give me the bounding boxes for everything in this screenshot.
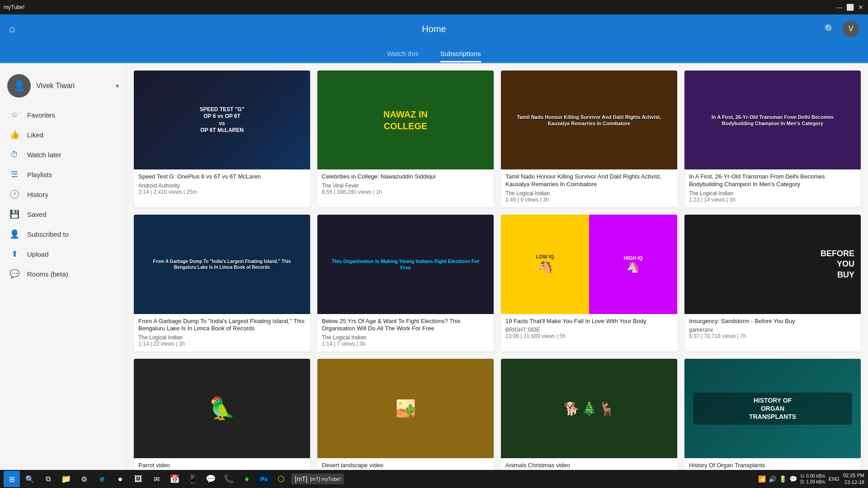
video-title-2: Celebrities in College: Nawazuddin Siddi… bbox=[322, 173, 489, 181]
tab-watch-this[interactable]: Watch this bbox=[387, 50, 418, 62]
video-card-10[interactable]: 🏜️ Desert landscape video bbox=[317, 359, 494, 470]
video-channel-5: The Logical Indian bbox=[138, 334, 306, 341]
video-channel-2: The Viral Fever bbox=[322, 183, 489, 189]
photoshop-button[interactable]: Ps bbox=[257, 472, 271, 486]
sidebar-item-liked[interactable]: 👍 Liked bbox=[0, 125, 126, 145]
video-card-11[interactable]: 🐕 🎄 🦌 Animals Christmas video bbox=[501, 359, 677, 470]
video-card-8[interactable]: BEFOREYOUBUY Insurgency: Sandstorm - Bef… bbox=[684, 215, 861, 352]
taskbar: ⊞ 🔍 ⧉ 📁 ⚙ e ● 🖼 ✉ 📅 📱 💬 📞 ♦ Ps ⬡ [mT] [m… bbox=[0, 470, 868, 488]
user-avatar-sidebar: 👤 bbox=[7, 74, 31, 98]
phone-button[interactable]: 📱 bbox=[184, 471, 201, 487]
app13-button[interactable]: ⬡ bbox=[273, 471, 289, 487]
network-speed: U: 0.00 kB/s D: 1.09 kB/s bbox=[801, 473, 825, 485]
video-card-5[interactable]: From A Garbage Dump To "India's Largest … bbox=[134, 215, 310, 352]
video-card-2[interactable]: NAWAZ INCOLLEGE Celebrities in College: … bbox=[317, 70, 494, 207]
sidebar-label-liked: Liked bbox=[27, 131, 43, 139]
video-info-2: Celebrities in College: Nawazuddin Siddi… bbox=[317, 169, 494, 200]
sidebar-label-rooms-beta: Rooms (beta) bbox=[27, 270, 68, 278]
tabs-bar: Watch this Subscriptions bbox=[0, 43, 868, 63]
clock[interactable]: 02:25 PM 13-12-18 bbox=[843, 472, 864, 486]
upload-icon: ⬆ bbox=[9, 249, 20, 259]
user-name: Vivek Tiwari bbox=[36, 82, 75, 90]
video-card-7[interactable]: LOW IQ 🐴 HIGH IQ 🦄 19 Facts That'll Make… bbox=[501, 215, 677, 352]
video-info-11: Animals Christmas video bbox=[501, 458, 677, 470]
notification-icon: 💬 bbox=[789, 475, 797, 483]
sidebar: 👤 Vivek Tiwari ▾ ☆ Favorites 👍 Liked ⏱ W… bbox=[0, 63, 127, 470]
rooms-icon: 💬 bbox=[9, 268, 20, 279]
start-button[interactable]: ⊞ bbox=[4, 471, 20, 487]
photos-button[interactable]: 🖼 bbox=[130, 471, 146, 487]
video-title-11: Animals Christmas video bbox=[505, 462, 673, 469]
saved-icon: 💾 bbox=[9, 209, 20, 220]
search-button[interactable]: 🔍 bbox=[22, 471, 38, 487]
user-info[interactable]: 👤 Vivek Tiwari ▾ bbox=[0, 70, 126, 105]
video-meta-4: 1:23 | 14 views | 3h bbox=[689, 197, 856, 203]
video-thumbnail-10: 🏜️ bbox=[317, 359, 494, 458]
sidebar-item-favorites[interactable]: ☆ Favorites bbox=[0, 105, 126, 125]
app11-button[interactable]: ♦ bbox=[239, 471, 255, 487]
video-card-3[interactable]: Tamil Nadu Honour Killing Survivor And D… bbox=[501, 70, 677, 207]
date-display: 13-12-18 bbox=[843, 479, 864, 486]
volume-icon: 🔊 bbox=[769, 475, 776, 483]
video-info-1: Speed Test G: OnePlus 6 vs 6T vs 6T McLa… bbox=[134, 169, 310, 200]
restore-button[interactable]: ⬜ bbox=[846, 4, 854, 11]
video-title-4: In A First, 26-Yr-Old Transman From Delh… bbox=[689, 173, 856, 188]
settings-taskbar-button[interactable]: ⚙ bbox=[76, 471, 92, 487]
video-title-7: 19 Facts That'll Make You Fall In Love W… bbox=[505, 318, 673, 325]
sidebar-item-playlists[interactable]: ☰ Playlists bbox=[0, 164, 126, 184]
sidebar-label-saved: Saved bbox=[27, 211, 47, 218]
active-app-taskbar[interactable]: [mT] [mT] myTube! bbox=[291, 474, 344, 484]
video-channel-3: The Logical Indian bbox=[505, 190, 673, 197]
sidebar-item-upload[interactable]: ⬆ Upload bbox=[0, 244, 126, 264]
home-icon[interactable]: ⌂ bbox=[9, 23, 15, 35]
video-card-4[interactable]: In A First, 26-Yr-Old Transman From Delh… bbox=[684, 70, 861, 207]
video-meta-1: 3:14 | 2,410 views | 25m bbox=[138, 189, 306, 195]
video-thumbnail-8: BEFOREYOUBUY bbox=[684, 215, 861, 314]
sidebar-item-watch-later[interactable]: ⏱ Watch later bbox=[0, 145, 126, 164]
sidebar-label-watch-later: Watch later bbox=[27, 151, 61, 159]
sidebar-item-saved[interactable]: 💾 Saved bbox=[0, 204, 126, 224]
sidebar-item-history[interactable]: 🕐 History bbox=[0, 184, 126, 204]
watch-later-icon: ⏱ bbox=[9, 149, 20, 160]
sidebar-label-subscribed-to: Subscribed to bbox=[27, 230, 69, 238]
video-channel-8: gameranx bbox=[689, 327, 856, 333]
mail-button[interactable]: ✉ bbox=[148, 471, 165, 487]
video-card-1[interactable]: SPEED TEST "G"OP 6 vs OP 6TvsOP 6T McLAR… bbox=[134, 70, 310, 207]
video-card-12[interactable]: HISTORY OFORGANTRANSPLANTS History Of Or… bbox=[684, 359, 861, 470]
sidebar-item-rooms-beta[interactable]: 💬 Rooms (beta) bbox=[0, 264, 126, 284]
video-thumbnail-9: 🦜 bbox=[134, 359, 310, 458]
video-channel-7: BRIGHT SIDE bbox=[505, 327, 673, 333]
video-card-6[interactable]: This Organisation Is Making Young Indian… bbox=[317, 215, 494, 352]
close-button[interactable]: ✕ bbox=[857, 4, 864, 11]
edge-button[interactable]: e bbox=[94, 471, 110, 487]
video-meta-7: 13:06 | 31,689 views | 5h bbox=[505, 333, 673, 339]
video-title-6: Below 25 Yrs Of Age & Want To Fight Elec… bbox=[322, 318, 489, 333]
minimize-button[interactable]: — bbox=[835, 4, 843, 11]
file-explorer-button[interactable]: 📁 bbox=[58, 471, 74, 487]
taskbar-right: 📶 🔊 🔋 💬 U: 0.00 kB/s D: 1.09 kB/s ENG 02… bbox=[758, 472, 864, 486]
taskbar-left: ⊞ 🔍 ⧉ 📁 ⚙ e ● 🖼 ✉ 📅 📱 💬 📞 ♦ Ps ⬡ [mT] [m… bbox=[4, 471, 344, 487]
subscribed-icon: 👤 bbox=[9, 229, 20, 239]
whatsapp-button[interactable]: 📞 bbox=[221, 471, 237, 487]
app-header: ⌂ Home 🔍 V bbox=[0, 14, 868, 43]
sidebar-item-subscribed-to[interactable]: 👤 Subscribed to bbox=[0, 224, 126, 244]
video-info-12: History Of Organ Transplants bbox=[684, 458, 861, 470]
search-icon[interactable]: 🔍 bbox=[824, 23, 835, 34]
video-card-9[interactable]: 🦜 Parrot video bbox=[134, 359, 310, 470]
active-app-label: [mT] myTube! bbox=[310, 476, 340, 482]
video-title-1: Speed Test G: OnePlus 6 vs 6T vs 6T McLa… bbox=[138, 173, 306, 181]
user-avatar-header[interactable]: V bbox=[843, 21, 859, 37]
video-thumbnail-5: From A Garbage Dump To "India's Largest … bbox=[134, 215, 310, 314]
calendar-button[interactable]: 📅 bbox=[166, 471, 183, 487]
task-view-button[interactable]: ⧉ bbox=[40, 471, 56, 487]
download-speed: D: 1.09 kB/s bbox=[801, 479, 825, 485]
video-title-9: Parrot video bbox=[138, 462, 306, 469]
tab-subscriptions[interactable]: Subscriptions bbox=[440, 50, 481, 62]
video-grid: SPEED TEST "G"OP 6 vs OP 6TvsOP 6T McLAR… bbox=[134, 70, 861, 470]
video-thumbnail-1: SPEED TEST "G"OP 6 vs OP 6TvsOP 6T McLAR… bbox=[134, 70, 310, 169]
messenger-button[interactable]: 💬 bbox=[203, 471, 219, 487]
video-title-8: Insurgency: Sandstorm - Before You Buy bbox=[689, 318, 856, 325]
video-info-6: Below 25 Yrs Of Age & Want To Fight Elec… bbox=[317, 314, 494, 352]
favorites-icon: ☆ bbox=[9, 109, 20, 120]
chrome-button[interactable]: ● bbox=[112, 471, 128, 487]
